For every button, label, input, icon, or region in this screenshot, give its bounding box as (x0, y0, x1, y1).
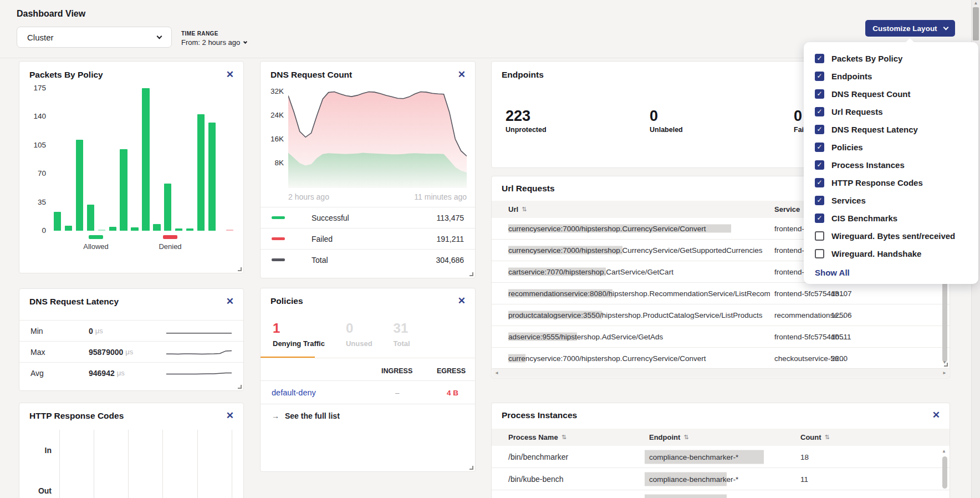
bar-allowed (164, 184, 171, 231)
checkbox-checked-icon[interactable]: ✓ (815, 107, 824, 116)
close-icon[interactable]: ✕ (226, 297, 234, 306)
close-icon[interactable]: ✕ (226, 70, 234, 79)
column-header-service[interactable]: Service (774, 205, 800, 214)
highlighted-text: compliance-benchmark (645, 472, 727, 486)
checkbox-checked-icon[interactable]: ✓ (815, 89, 824, 99)
column-header-process-name[interactable]: Process Name ⇅ (508, 433, 566, 441)
checkbox-checked-icon[interactable]: ✓ (815, 125, 824, 134)
customize-layout-button[interactable]: Customize Layout (865, 20, 955, 37)
column-header-count[interactable]: Count ⇅ (800, 433, 830, 441)
highlighted-text: recommendationservice:8080/h (508, 289, 612, 298)
bar-allowed (208, 123, 216, 231)
scroll-right-icon[interactable]: ► (942, 370, 947, 375)
legend-swatch (163, 235, 177, 239)
close-icon[interactable]: ✕ (458, 296, 466, 306)
url-cell: cartservice:7070/hipstershop.CartService… (508, 268, 770, 276)
card-packets-by-policy: Packets By Policy ✕ 17514010570350 Allow… (19, 61, 244, 273)
close-icon[interactable]: ✕ (932, 410, 940, 420)
menu-item[interactable]: ✓Process Instances (804, 156, 978, 174)
checkbox-checked-icon[interactable]: ✓ (815, 143, 824, 152)
gridline (162, 430, 163, 498)
legend-row-total: Total304,686 (261, 249, 475, 270)
close-icon[interactable]: ✕ (226, 411, 234, 420)
checkbox-checked-icon[interactable]: ✓ (815, 72, 824, 81)
highlighted-text: productcatalogservice:3550/ (508, 311, 602, 319)
checkbox-checked-icon[interactable]: ✓ (815, 178, 824, 187)
resize-handle-icon[interactable] (469, 272, 473, 276)
time-range-value[interactable]: From: 2 hours ago (181, 38, 247, 47)
page-scrollbar-thumb[interactable] (973, 7, 979, 40)
menu-item[interactable]: ✓CIS Benchmarks (804, 209, 978, 227)
table-row[interactable]: productcatalogservice:3550/hipstershop.P… (492, 304, 950, 326)
scroll-up-icon[interactable]: ▲ (972, 0, 980, 7)
vertical-scrollbar-thumb[interactable] (942, 279, 947, 362)
close-icon[interactable]: ✕ (458, 70, 466, 79)
bar-allowed (98, 230, 105, 231)
table-row[interactable]: recommendationservice:8080/hipstershop.R… (492, 283, 950, 304)
horizontal-scrollbar[interactable]: ◄ ► (492, 368, 949, 377)
column-header-egress: EGRESS (437, 367, 466, 375)
resize-handle-icon[interactable] (238, 385, 242, 389)
checkbox-checked-icon[interactable]: ✓ (815, 160, 824, 170)
menu-item[interactable]: ✓HTTP Response Codes (804, 174, 978, 191)
menu-item[interactable]: Wireguard. Handshake (804, 245, 978, 262)
resize-handle-icon[interactable] (238, 267, 242, 271)
url-text: hipstershop.ProductCatalogService/ListPr… (602, 311, 763, 319)
column-header-endpoint[interactable]: Endpoint ⇅ (649, 433, 689, 441)
count-cell: 2200 (831, 354, 848, 363)
policies-tab-total[interactable]: 31Total (394, 321, 410, 348)
policies-tab-unused[interactable]: 0Unused (346, 321, 372, 348)
legend-value: 304,686 (436, 256, 464, 265)
chevron-down-icon (243, 40, 247, 44)
url-text: CurrencyService/GetSupportedCurrencies (622, 246, 763, 255)
gridline (59, 430, 60, 498)
menu-item[interactable]: ✓Packets By Policy (804, 49, 978, 67)
checkbox-checked-icon[interactable]: ✓ (815, 214, 824, 223)
legend-swatch (272, 216, 285, 219)
menu-item-label: Policies (831, 143, 863, 152)
checkbox-checked-icon[interactable]: ✓ (815, 54, 824, 63)
table-row[interactable]: benchmarkercompliance-benchmarker-*9 (492, 490, 950, 498)
menu-item-label: DNS Request Count (831, 89, 911, 99)
checkbox-unchecked-icon[interactable] (815, 249, 824, 258)
show-all-link[interactable]: Show All (804, 262, 978, 283)
highlighted-text: adservice:9555/hipst (508, 333, 577, 341)
sort-icon: ⇅ (562, 434, 566, 441)
view-selector[interactable]: Cluster (17, 27, 172, 48)
menu-item[interactable]: ✓Policies (804, 138, 978, 156)
scroll-up-icon[interactable]: ▲ (942, 449, 946, 454)
menu-item-label: Wireguard. Handshake (831, 249, 921, 258)
checkbox-checked-icon[interactable]: ✓ (815, 196, 824, 205)
column-header-url[interactable]: Url ⇅ (508, 205, 527, 214)
y-tick-label: 140 (27, 112, 46, 120)
menu-item[interactable]: Wireguard. Bytes sent/received (804, 227, 978, 245)
resize-handle-icon[interactable] (944, 363, 948, 367)
gridline (232, 430, 232, 498)
table-row[interactable]: adservice:9555/hipstershop.AdService/Get… (492, 326, 950, 348)
resize-handle-icon[interactable] (469, 466, 473, 470)
menu-item-label: Wireguard. Bytes sent/received (831, 231, 955, 241)
see-full-list-link[interactable]: → See the full list (272, 411, 340, 420)
policy-name-link[interactable]: default-deny (272, 388, 316, 397)
highlighted-text: compliance-benchmark (645, 494, 727, 498)
stat-unlabeled: 0 Unlabeled (650, 108, 794, 134)
latency-row-min: Min0μs (19, 320, 243, 341)
tab-label: Total (394, 339, 410, 348)
policies-tab-denying-traffic[interactable]: 1Denying Traffic (273, 321, 325, 348)
menu-item[interactable]: ✓Services (804, 191, 978, 209)
vertical-scrollbar-thumb[interactable] (942, 456, 947, 489)
table-row[interactable]: currencyservice:7000/hipstershop.Currenc… (492, 348, 950, 369)
checkbox-unchecked-icon[interactable] (815, 231, 824, 241)
url-cell: currencyservice:7000/hipstershop.Currenc… (508, 354, 770, 363)
menu-item[interactable]: ✓Endpoints (804, 67, 978, 85)
http-row-label-out: Out (29, 486, 52, 495)
menu-item-label: Packets By Policy (831, 54, 902, 63)
menu-item[interactable]: ✓DNS Request Count (804, 85, 978, 103)
count-cell: 18 (800, 453, 809, 461)
table-row[interactable]: /bin/kube-benchcompliance-benchmarker-*1… (492, 468, 950, 490)
menu-item[interactable]: ✓Url Requests (804, 103, 978, 120)
table-row[interactable]: /bin/benchmarkercompliance-benchmarker-*… (492, 446, 950, 468)
scroll-left-icon[interactable]: ◄ (494, 370, 499, 375)
latency-value: 946942 (89, 369, 115, 378)
menu-item[interactable]: ✓DNS Request Latency (804, 120, 978, 138)
